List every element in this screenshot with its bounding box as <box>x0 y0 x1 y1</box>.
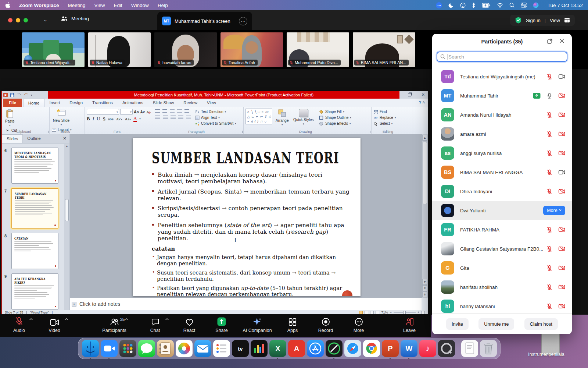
apple-tv-dock-icon[interactable]: tv <box>232 340 249 357</box>
notes-placeholder[interactable]: Click to add notes <box>79 301 120 307</box>
line-spacing-button[interactable] <box>184 109 189 113</box>
shape-glyph[interactable]: } <box>257 119 258 124</box>
next-slide-button[interactable]: ⇟ <box>422 291 427 297</box>
slide-thumbnail[interactable]: 7SUMBER LANDASAN TEORI <box>11 188 62 229</box>
siri-icon[interactable] <box>533 2 539 8</box>
shape-effects-button[interactable]: Shape Effects▾ <box>319 121 351 126</box>
zoom-window-button[interactable] <box>24 18 28 22</box>
reminders-dock-icon[interactable] <box>213 340 230 357</box>
video-off-icon[interactable] <box>558 265 565 270</box>
justify-button[interactable] <box>178 116 183 120</box>
participant-row[interactable]: ANAmanda Nurul Hidayah <box>432 105 572 124</box>
slides-panel-tab-slides[interactable]: Slides <box>2 134 23 143</box>
font-color-button[interactable]: A <box>133 116 137 122</box>
shape-glyph[interactable]: △ <box>247 114 250 119</box>
share-options-icon[interactable]: ⋯ <box>239 17 247 25</box>
video-off-icon[interactable] <box>558 151 565 156</box>
video-off-icon[interactable] <box>558 246 565 251</box>
mic-muted-icon[interactable] <box>546 246 552 252</box>
shape-glyph[interactable]: ╲ <box>251 109 253 114</box>
grow-font-button[interactable]: A˄ <box>134 110 139 114</box>
editor-scrollbar[interactable]: ▲ ▼ ⇞ ⇟ <box>422 134 428 298</box>
messages-dock-icon[interactable] <box>138 340 155 357</box>
restore-icon[interactable] <box>408 93 411 96</box>
shape-glyph[interactable]: ∟ <box>251 114 254 119</box>
participant-row[interactable]: Gilang Gustavian Satyasmara F2B0... <box>432 239 572 258</box>
shape-glyph[interactable]: ▭ <box>265 109 268 114</box>
mic-muted-icon[interactable] <box>546 303 552 309</box>
video-tile[interactable]: Tanalina Arifah <box>220 32 283 67</box>
finder-dock-icon[interactable] <box>82 340 99 357</box>
contacts-dock-icon[interactable] <box>157 340 174 357</box>
video-off-icon[interactable] <box>558 93 565 98</box>
slide-thumbnail[interactable]: 6MENYUSUN LANDASAN TEORI & HIPOTESIS <box>11 148 62 184</box>
underline-button[interactable]: U <box>97 116 100 122</box>
slide-thumbnail[interactable]: 9APA ITU KERANGKA PIKIR? <box>11 273 62 309</box>
scroll-up-icon[interactable]: ▲ <box>64 144 69 149</box>
claim-host-button[interactable]: Claim host <box>524 318 558 330</box>
text-direction-button[interactable]: Text Direction▾ <box>195 109 236 114</box>
shape-fill-button[interactable]: Shape Fill▾ <box>319 109 351 114</box>
font-size-select[interactable]: ▾ <box>120 109 133 115</box>
slide-thumbnail-page[interactable]: APA ITU KERANGKA PIKIR? <box>11 273 58 309</box>
font-name-select[interactable]: ▾ <box>87 109 119 115</box>
video-off-icon[interactable] <box>558 189 565 194</box>
tab-home[interactable]: Home <box>23 99 45 107</box>
align-right-button[interactable] <box>171 116 176 120</box>
slide-canvas[interactable]: SUMBER LANDASAN TEORI Buku ilmiah → menj… <box>133 138 361 296</box>
acrobat-dock-icon[interactable]: A <box>288 340 305 357</box>
video-off-icon[interactable] <box>558 304 565 309</box>
participant-row[interactable]: TdTestiana deni Wijayatiningsih (me) <box>432 67 572 86</box>
zoom-slider[interactable] <box>394 312 416 313</box>
find-button[interactable]: Find <box>373 109 396 114</box>
mic-muted-icon[interactable] <box>546 284 552 290</box>
powerpoint-title[interactable]: Metodologi Penelitian Kuantitatif, Muh. … <box>48 91 399 99</box>
menu-item-zoom-workplace[interactable]: Zoom Workplace <box>19 3 59 8</box>
slide-thumbnail-page[interactable]: CATATAN <box>11 233 58 269</box>
video-on-icon[interactable] <box>558 170 565 175</box>
tab-shared-screen[interactable]: MT Muhammad Tahir's screen ⋯ <box>157 12 252 30</box>
powerpoint-dock-icon[interactable]: P <box>382 340 399 357</box>
video-tile[interactable]: BIMA SALMAN ERLAN... <box>353 32 415 67</box>
new-slide-button[interactable]: New Slide▾ <box>51 109 71 127</box>
view-button[interactable]: View <box>550 18 560 23</box>
do-not-disturb-icon[interactable] <box>448 3 454 8</box>
shape-glyph[interactable]: ~ <box>247 119 249 124</box>
select-button[interactable]: Select▾ <box>373 121 396 126</box>
help-icon[interactable]: ? ˄ <box>419 100 425 105</box>
popout-icon[interactable] <box>547 38 553 44</box>
trash-dock-icon[interactable] <box>480 340 497 357</box>
toolbar-leave-button[interactable]: Leave <box>387 316 431 333</box>
menu-clock[interactable]: Tue 7 Oct 13.52 <box>548 3 583 8</box>
mic-muted-icon[interactable] <box>546 112 552 118</box>
bold-button[interactable]: B <box>87 116 90 122</box>
shape-glyph[interactable]: ⌐ <box>256 114 258 119</box>
mail-dock-icon[interactable] <box>194 340 211 357</box>
menu-item-window[interactable]: Window <box>131 3 149 8</box>
scroll-up-icon[interactable]: ▲ <box>422 135 427 141</box>
redo-icon[interactable] <box>24 93 28 97</box>
align-center-button[interactable] <box>163 116 168 120</box>
scroll-down-icon[interactable]: ▼ <box>422 279 427 285</box>
participant-row[interactable]: Dwi YuliantiMore˅ <box>432 201 572 220</box>
mic-muted-icon[interactable] <box>546 188 552 195</box>
slide-thumbnail-page[interactable]: MENYUSUN LANDASAN TEORI & HIPOTESIS <box>11 148 58 184</box>
tab-transitions[interactable]: Transitions <box>87 99 118 107</box>
mic-muted-icon[interactable] <box>546 131 552 137</box>
menu-item-edit[interactable]: Edit <box>114 3 122 8</box>
dialog-launcher-icon[interactable] <box>46 131 49 133</box>
minimize-window-button[interactable] <box>16 18 20 22</box>
mic-muted-icon[interactable] <box>546 150 552 156</box>
slides-panel-tab-outline[interactable]: Outline <box>23 134 45 143</box>
replace-button[interactable]: abReplace▾ <box>373 115 396 120</box>
search-box[interactable] <box>437 52 567 62</box>
participant-row[interactable]: amara azmi <box>432 124 572 144</box>
video-off-icon[interactable] <box>558 131 565 137</box>
spotlight-icon[interactable] <box>509 3 514 8</box>
more-button[interactable]: More˅ <box>543 206 565 215</box>
shape-glyph[interactable]: A <box>247 109 249 114</box>
mic-muted-icon[interactable] <box>546 74 552 80</box>
decrease-indent-button[interactable] <box>170 109 175 113</box>
video-tile[interactable]: Muhammad Patu Diva... <box>287 32 349 67</box>
shape-glyph[interactable]: { <box>255 119 256 124</box>
